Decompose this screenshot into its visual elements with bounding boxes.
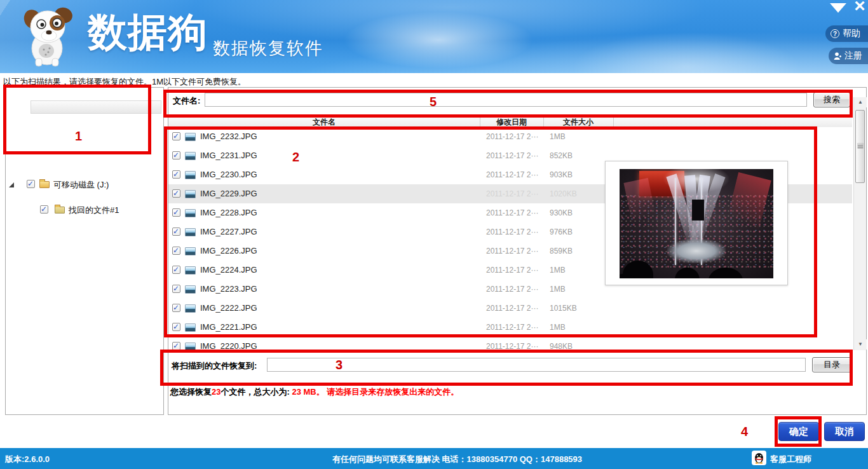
file-size: 1MB [550, 323, 566, 332]
support-contact: 有任何问题均可联系客服解决 电话：13880354770 QQ：14788859… [332, 454, 582, 465]
recover-path-input[interactable] [267, 358, 806, 372]
question-icon: ? [831, 29, 839, 38]
file-checkbox[interactable] [172, 323, 180, 331]
file-size: 852KB [550, 151, 573, 160]
file-checkbox[interactable] [172, 266, 180, 274]
help-button[interactable]: ? 帮助 [825, 25, 868, 42]
tree-checkbox[interactable] [27, 180, 35, 188]
register-button[interactable]: 注册 [829, 48, 868, 64]
file-size: 930KB [550, 208, 573, 217]
image-file-icon [185, 209, 196, 217]
folder-tree-panel [5, 87, 164, 415]
directory-button[interactable]: 目录 [812, 357, 851, 372]
image-file-icon [185, 285, 196, 294]
summary-suffix: 请选择目录来存放恢复出来的文件。 [325, 387, 459, 397]
file-date: 2011-12-17 2··· [486, 323, 539, 332]
file-checkbox[interactable] [172, 151, 180, 160]
column-separator [543, 116, 544, 127]
column-header-date[interactable]: 修改日期 [480, 117, 543, 128]
file-size: 1MB [550, 266, 566, 275]
file-checkbox[interactable] [172, 189, 180, 198]
scrollbar-thumb[interactable] [855, 110, 865, 183]
file-checkbox[interactable] [172, 228, 180, 236]
help-label: 帮助 [843, 28, 860, 39]
cancel-button[interactable]: 取消 [824, 422, 865, 441]
tree-checkbox[interactable] [40, 205, 48, 214]
file-size: 859KB [550, 247, 573, 255]
table-header: 文件名 修改日期 文件大小 [168, 116, 852, 128]
column-header-filename[interactable]: 文件名 [168, 117, 480, 128]
annotation-number-4: 4 [741, 425, 748, 439]
image-file-icon [185, 323, 196, 332]
selection-summary: 您选择恢复23个文件，总大小为: 23 MB。 请选择目录来存放恢复出来的文件。 [170, 386, 459, 398]
summary-size: 23 MB。 [292, 387, 324, 397]
file-checkbox[interactable] [172, 247, 180, 255]
column-header-size[interactable]: 文件大小 [543, 117, 613, 128]
recover-to-label: 将扫描到的文件恢复到: [172, 360, 257, 372]
column-separator [613, 116, 614, 127]
file-date: 2011-12-17 2··· [486, 228, 539, 236]
register-label: 注册 [844, 50, 862, 62]
file-name: IMG_2224.JPG [200, 265, 257, 275]
tree-expander-icon[interactable] [9, 182, 14, 187]
image-file-icon [185, 247, 196, 255]
photo-stage [667, 239, 726, 263]
tree-item-recovered-files[interactable]: 找回的文件#1 [0, 102, 164, 116]
preview-photo [620, 169, 773, 278]
file-name: IMG_2223.JPG [200, 284, 257, 294]
app-title: 数据狗 [88, 11, 208, 53]
file-checkbox[interactable] [172, 304, 180, 312]
file-date: 2011-12-17 2··· [486, 170, 539, 179]
file-name: IMG_2226.JPG [200, 246, 257, 255]
qq-penguin-icon[interactable] [752, 451, 766, 465]
version-label: 版本:2.6.0.0 [5, 454, 50, 465]
file-date: 2011-12-17 2··· [486, 304, 539, 313]
scroll-up-button[interactable]: ▲ [854, 97, 867, 107]
file-size: 976KB [550, 228, 573, 236]
image-preview-panel [605, 161, 788, 285]
file-size: 1MB [550, 132, 566, 141]
scroll-down-button[interactable]: ▼ [854, 339, 867, 350]
file-checkbox[interactable] [172, 132, 180, 140]
tree-item-label[interactable]: 可移动磁盘 (J:) [53, 179, 109, 191]
table-row[interactable]: IMG_2221.JPG 2011-12-17 2··· 1MB [168, 318, 852, 337]
filename-search-label: 文件名: [173, 95, 200, 107]
image-file-icon [185, 152, 196, 160]
dog-logo-icon [23, 5, 76, 67]
summary-middle: 个文件，总大小为: [220, 387, 292, 397]
ok-button[interactable]: 确定 [778, 422, 819, 441]
file-checkbox[interactable] [172, 342, 180, 350]
table-row[interactable]: IMG_2222.JPG 2011-12-17 2··· 1015KB [168, 299, 852, 318]
file-name: IMG_2232.JPG [200, 132, 257, 141]
file-size: 1020KB [550, 189, 577, 198]
file-checkbox[interactable] [172, 170, 180, 179]
filename-search-input[interactable] [205, 93, 807, 107]
file-checkbox[interactable] [172, 208, 180, 217]
file-name: IMG_2220.JPG [200, 341, 257, 351]
table-row[interactable]: IMG_2232.JPG 2011-12-17 2··· 1MB [168, 127, 852, 146]
file-name: IMG_2230.JPG [200, 170, 257, 179]
file-date: 2011-12-17 2··· [486, 132, 539, 141]
file-size: 1MB [550, 285, 566, 294]
tree-item-label[interactable]: 找回的文件#1 [69, 205, 119, 216]
file-date: 2011-12-17 2··· [486, 342, 539, 351]
image-file-icon [185, 304, 196, 313]
photo-speaker [692, 200, 704, 221]
vertical-scrollbar[interactable]: ▲ ▼ [853, 97, 866, 350]
search-button[interactable]: 搜索 [813, 92, 850, 107]
support-engineer-label[interactable]: 客服工程师 [770, 454, 811, 465]
tree-item-removable-disk[interactable]: 可移动磁盘 (J:) [0, 90, 164, 103]
image-file-icon [185, 190, 196, 198]
file-size: 948KB [550, 342, 573, 351]
minimize-button[interactable] [830, 3, 846, 13]
file-date: 2011-12-17 2··· [486, 247, 539, 255]
close-button[interactable]: × [851, 0, 868, 15]
table-row[interactable]: IMG_2220.JPG 2011-12-17 2··· 948KB [168, 337, 852, 351]
file-date: 2011-12-17 2··· [486, 208, 539, 217]
image-file-icon [185, 228, 196, 236]
column-separator [480, 116, 480, 127]
file-checkbox[interactable] [172, 285, 180, 293]
app-window: 数据狗 数据恢复软件 × ? 帮助 注册 以下为扫描结果，请选择要恢复的文件。1… [0, 0, 868, 469]
image-file-icon [185, 171, 196, 179]
summary-prefix: 您选择恢复 [170, 387, 212, 397]
